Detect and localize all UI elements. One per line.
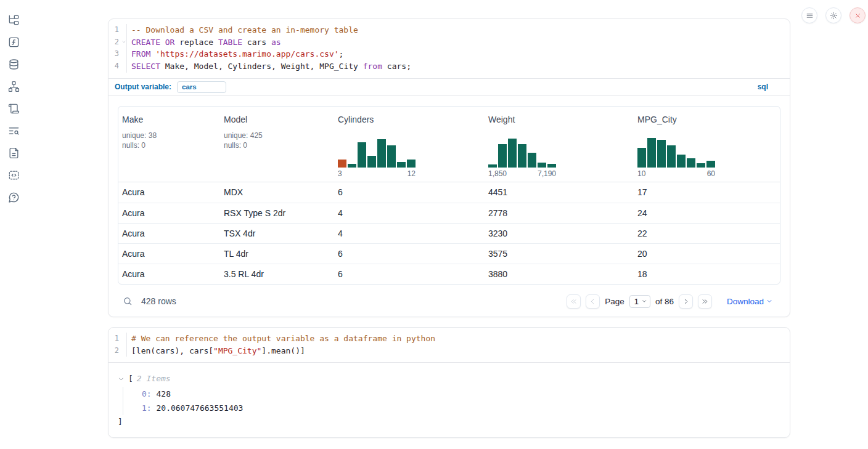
row-count: 428 rows xyxy=(141,296,176,306)
notebook-menu-button[interactable] xyxy=(801,7,817,23)
search-icon[interactable] xyxy=(123,296,133,306)
page-label: Page xyxy=(605,297,624,306)
settings-button[interactable] xyxy=(825,7,841,23)
column-stat: unique: 38 xyxy=(122,131,215,140)
sql-output-area: Makeunique: 38nulls: 0Modelunique: 425nu… xyxy=(108,96,790,318)
download-button[interactable]: Download xyxy=(727,297,773,306)
table-cell: 6 xyxy=(334,269,485,279)
histogram-bar xyxy=(397,162,406,168)
histogram-Cylinders[interactable]: 312 xyxy=(338,136,416,178)
document-icon[interactable] xyxy=(7,147,20,159)
code-snippets-icon[interactable] xyxy=(7,169,20,181)
table-cell: MDX xyxy=(220,187,334,197)
table-cell: 6 xyxy=(334,249,485,259)
histogram-bar xyxy=(657,140,666,168)
column-header-Weight[interactable]: Weight1,8507,190 xyxy=(485,107,634,182)
table-cell: 3230 xyxy=(485,229,634,238)
axis-max-label: 60 xyxy=(707,169,715,178)
tree-root-row: [ 2 Items xyxy=(118,373,780,385)
code-line[interactable]: 1# We can reference the output variable … xyxy=(108,333,790,345)
table-cell: Acura xyxy=(118,229,220,238)
table-row[interactable]: AcuraMDX6445117 xyxy=(118,182,780,203)
histogram-bar xyxy=(677,155,686,168)
line-number: 1 xyxy=(108,24,127,36)
column-header-Make[interactable]: Makeunique: 38nulls: 0 xyxy=(118,107,220,182)
code-line[interactable]: 1-- Download a CSV and create an in-memo… xyxy=(108,24,790,36)
first-page-button[interactable] xyxy=(567,294,581,309)
sql-cell: 1-- Download a CSV and create an in-memo… xyxy=(108,18,790,317)
histogram-bar xyxy=(667,145,676,168)
line-number: 4 xyxy=(108,60,127,73)
chevron-down-icon xyxy=(641,298,647,304)
histogram-bar xyxy=(377,139,386,168)
histogram-bar xyxy=(367,156,376,168)
axis-min-label: 1,850 xyxy=(488,169,507,178)
page-total-label: of 86 xyxy=(655,297,674,306)
prev-page-button[interactable] xyxy=(586,294,600,309)
page-select[interactable]: 1 xyxy=(629,295,650,308)
file-tree-icon[interactable] xyxy=(7,14,20,26)
python-code-editor[interactable]: 1# We can reference the output variable … xyxy=(108,328,790,362)
open-bracket: [ xyxy=(128,373,133,385)
table-cell: 24 xyxy=(634,208,780,218)
column-title: Model xyxy=(224,115,329,124)
code-line[interactable]: 2[len(cars), cars["MPG_City"].mean()] xyxy=(108,345,790,357)
text-search-icon[interactable] xyxy=(7,124,20,137)
column-header-MPG_City[interactable]: MPG_City1060 xyxy=(634,107,780,182)
output-variable-bar: Output variable: sql xyxy=(108,78,790,96)
tree-entry: 1: 20.060747663551403 xyxy=(142,401,780,415)
code-line[interactable]: 3FROM 'https://datasets.marimo.app/cars.… xyxy=(108,48,790,60)
sidebar xyxy=(0,0,27,449)
histogram-bar xyxy=(538,163,546,168)
database-icon[interactable] xyxy=(7,58,20,70)
close-bracket: ] xyxy=(118,415,780,428)
help-circle-icon[interactable] xyxy=(7,191,20,203)
histogram-bar xyxy=(706,161,715,168)
table-cell: 3575 xyxy=(485,249,634,259)
column-header-Cylinders[interactable]: Cylinders312 xyxy=(334,107,485,182)
histogram-bar xyxy=(697,163,705,168)
table-row[interactable]: Acura3.5 RL 4dr6388018 xyxy=(118,264,780,284)
next-page-button[interactable] xyxy=(679,294,693,309)
tree-entry-key: 1: xyxy=(142,403,152,413)
axis-max-label: 12 xyxy=(407,169,416,178)
line-number: 2 xyxy=(108,345,127,357)
scroll-icon[interactable] xyxy=(7,102,20,115)
sql-code-editor[interactable]: 1-- Download a CSV and create an in-memo… xyxy=(108,19,790,78)
column-stat: unique: 425 xyxy=(224,131,329,140)
collapse-chevron-icon[interactable] xyxy=(118,376,125,382)
tree-entry-value: 20.060747663551403 xyxy=(152,403,244,413)
table-cell: 3880 xyxy=(485,269,634,279)
histogram-bar xyxy=(647,138,656,168)
fold-chevron-icon[interactable] xyxy=(121,39,126,44)
table-row[interactable]: AcuraRSX Type S 2dr4277824 xyxy=(118,203,780,223)
histogram-bar xyxy=(488,164,497,168)
histogram-bar xyxy=(687,158,695,168)
table-cell: 4 xyxy=(334,229,485,238)
histogram-MPG_City[interactable]: 1060 xyxy=(637,136,715,178)
table-row[interactable]: AcuraTSX 4dr4323022 xyxy=(118,223,780,243)
table-header: Makeunique: 38nulls: 0Modelunique: 425nu… xyxy=(118,107,780,182)
histogram-bar xyxy=(637,148,646,168)
function-square-icon[interactable] xyxy=(7,36,20,48)
output-variable-input[interactable] xyxy=(177,81,226,93)
histogram-bar xyxy=(508,139,517,168)
column-header-Model[interactable]: Modelunique: 425nulls: 0 xyxy=(220,107,334,182)
python-cell: 1# We can reference the output variable … xyxy=(108,327,790,438)
histogram-Weight[interactable]: 1,8507,190 xyxy=(488,136,556,178)
download-label: Download xyxy=(727,297,764,306)
histogram-bar xyxy=(358,142,366,168)
chevron-down-icon xyxy=(766,297,773,305)
column-stat: nulls: 0 xyxy=(122,140,215,150)
tree-entry-value: 428 xyxy=(152,389,171,398)
axis-max-label: 7,190 xyxy=(538,169,556,178)
last-page-button[interactable] xyxy=(698,294,712,309)
shutdown-button[interactable] xyxy=(850,7,866,23)
code-line[interactable]: 4SELECT Make, Model, Cylinders, Weight, … xyxy=(108,60,790,73)
network-icon[interactable] xyxy=(7,80,20,92)
code-line[interactable]: 2CREATE OR replace TABLE cars as xyxy=(108,36,790,49)
tree-items: 0: 4281: 20.060747663551403 xyxy=(123,387,780,415)
gear-icon xyxy=(830,12,838,20)
table-row[interactable]: AcuraTL 4dr6357520 xyxy=(118,243,780,264)
table-footer: 428 rows Page 1 of 86 Download xyxy=(118,285,780,318)
